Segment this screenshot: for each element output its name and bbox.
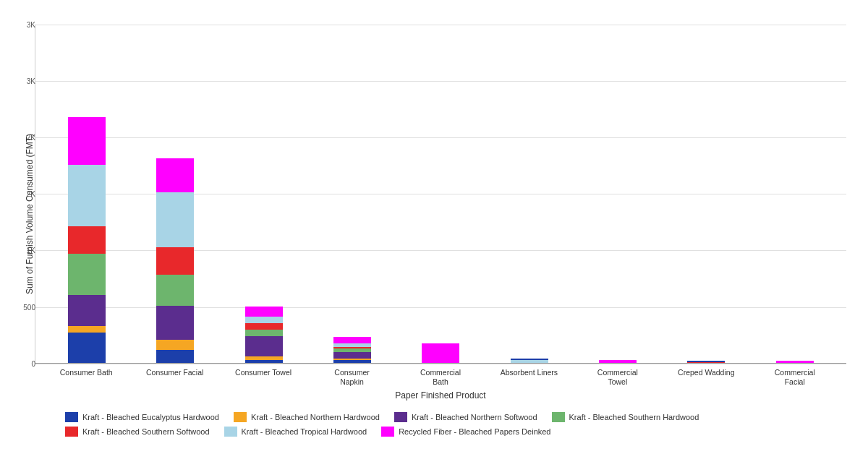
x-axis-label: Absorbent Liners [500,368,558,387]
x-axis-label: Commercial Facial [766,368,824,387]
bar-segment [68,226,106,254]
legend-color-box [65,412,78,422]
bar-segment [245,323,283,330]
bar-segment [156,350,194,364]
bar-segment [156,306,194,340]
bar-segment [245,330,283,336]
legend-label: Kraft - Bleached Southern Softwood [82,427,210,436]
bar-segment [68,333,106,364]
legend-label: Kraft - Bleached Northern Hardwood [251,413,380,421]
x-axis-label: Consumer Facial [146,368,204,387]
legend-label: Kraft - Bleached Eucalyptus Hardwood [82,413,219,421]
chart-container: Sum of Furnish Volume Consumed (FMT) 3K3… [14,10,854,444]
legend-color-box [381,427,394,437]
legend-item: Kraft - Bleached Northern Hardwood [234,412,380,422]
bar-segment [68,165,106,226]
chart-area: Sum of Furnish Volume Consumed (FMT) 3K3… [22,25,846,403]
x-axis-label: Consumer Towel [234,368,292,387]
legend-label: Kraft - Bleached Northern Softwood [412,413,537,421]
legend-item: Recycled Fiber - Bleached Papers Deinked [381,427,550,437]
x-axis-label: Creped Wadding [677,368,735,387]
legend-color-box [224,427,237,437]
stacked-bar [245,307,283,364]
legend-item: Kraft - Bleached Tropical Hardwood [224,427,367,437]
stacked-bar [422,343,459,364]
x-axis-label: Commercial Bath [412,368,469,387]
bar-group [235,307,293,364]
x-axis-labels: Consumer BathConsumer FacialConsumer Tow… [35,364,846,387]
chart-inner: 3K3K2K2K1K5000 Consumer BathConsumer Fac… [35,25,846,403]
bar-segment [156,340,194,350]
stacked-bar [333,337,371,364]
bar-segment [333,352,371,359]
x-axis-label: Consumer Napkin [323,368,381,387]
legend-color-box [552,412,565,422]
bar-segment [245,317,283,323]
bar-segment [422,343,459,364]
legend: Kraft - Bleached Eucalyptus HardwoodKraf… [22,403,846,437]
bars-container [35,25,846,364]
legend-label: Kraft - Bleached Southern Hardwood [569,413,699,421]
stacked-bar [156,158,194,364]
bar-segment [68,295,106,326]
legend-label: Kraft - Bleached Tropical Hardwood [242,427,367,436]
x-axis-title: Paper Finished Product [35,387,846,403]
bar-segment [333,337,371,343]
legend-label: Recycled Fiber - Bleached Papers Deinked [399,427,550,436]
bar-group [323,337,381,364]
bar-segment [156,247,194,275]
bar-segment [68,254,106,295]
zero-line [35,363,846,364]
bar-segment [68,117,106,165]
legend-color-box [234,412,247,422]
bar-segment [156,158,194,192]
legend-item: Kraft - Bleached Southern Hardwood [552,412,699,422]
bar-segment [156,275,194,306]
legend-item: Kraft - Bleached Southern Softwood [65,427,210,437]
bar-segment [245,307,283,317]
bar-segment [156,192,194,247]
plot-area: 3K3K2K2K1K5000 [35,25,846,364]
x-axis-label: Commercial Towel [589,368,647,387]
bar-group [58,117,116,364]
legend-color-box [65,427,78,437]
x-axis-label: Consumer Bath [57,368,115,387]
bar-segment [245,336,283,356]
legend-color-box [394,412,407,422]
bar-group [412,343,469,364]
legend-item: Kraft - Bleached Northern Softwood [394,412,537,422]
bar-segment [68,326,106,333]
stacked-bar [68,117,106,364]
legend-item: Kraft - Bleached Eucalyptus Hardwood [65,412,219,422]
bar-group [146,158,204,364]
